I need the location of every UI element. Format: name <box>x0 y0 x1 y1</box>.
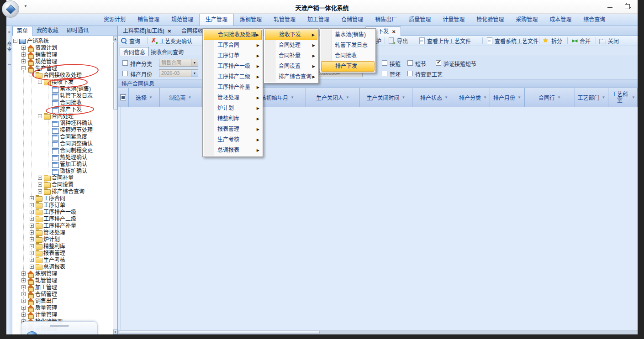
expand-icon[interactable]: + <box>21 278 26 282</box>
tree-item[interactable]: +销售管理 <box>12 52 113 58</box>
tree-item[interactable]: +报表管理 <box>12 250 113 257</box>
pending-change-checkbox[interactable] <box>407 71 413 76</box>
tab-favorites[interactable]: 我的收藏 <box>32 26 63 36</box>
menu-item[interactable]: 工序排产一级▶ <box>204 61 262 72</box>
schedule-class-select[interactable]: 销售合同▼ <box>159 59 198 67</box>
column-header[interactable]: 工艺部门▼ <box>575 88 608 107</box>
expand-icon[interactable]: + <box>21 299 26 303</box>
dropdown-arrow-icon[interactable]: ▼ <box>191 59 198 66</box>
expand-icon[interactable]: + <box>30 244 34 248</box>
menu-item[interactable]: 炉计划▶ <box>204 103 262 114</box>
query-button[interactable]: 查询 <box>121 36 140 46</box>
menubar-item[interactable]: 检化验管理 <box>470 14 510 26</box>
filter-icon[interactable]: ▼ <box>444 95 448 99</box>
menubar-item[interactable]: 销售管理 <box>132 14 165 26</box>
menu-item[interactable]: 蓄水池(销售) <box>321 30 375 40</box>
filter-icon[interactable]: ▼ <box>517 95 521 99</box>
column-header[interactable]: 制造商▼ <box>160 88 201 107</box>
billet-checkbox[interactable] <box>382 71 387 76</box>
expand-icon[interactable]: + <box>21 59 26 63</box>
tree-item[interactable]: 合同制程变更 <box>12 147 113 154</box>
tree-item[interactable]: +合同补量 <box>12 175 113 182</box>
column-header[interactable]: 生产关闭时间▼ <box>360 88 412 107</box>
close-button[interactable]: 关闭 <box>599 36 619 46</box>
tab-menu[interactable]: 菜单 <box>12 26 32 36</box>
filter-icon[interactable]: ▼ <box>290 95 294 99</box>
menu-item[interactable]: 精整利库▶ <box>204 114 262 124</box>
menu-item[interactable]: 工序合同▶ <box>204 40 262 51</box>
filter-icon[interactable]: ▼ <box>346 95 349 99</box>
expand-icon[interactable]: + <box>30 258 34 262</box>
menu-item[interactable]: 合同接收及处理▶ <box>204 30 262 40</box>
upload-button[interactable]: 查看上传工艺文件 <box>418 36 471 46</box>
expand-icon[interactable]: + <box>38 176 42 180</box>
menubar-item[interactable]: 炼钢管理 <box>234 14 268 26</box>
header-checkbox[interactable] <box>120 94 126 100</box>
filter-icon[interactable]: ▼ <box>557 95 561 99</box>
column-header[interactable]: 排产分类▼ <box>456 88 490 107</box>
tab-messaging[interactable]: 即时通讯 <box>63 26 93 36</box>
tree-item[interactable]: +仓储管理 <box>12 291 113 298</box>
menu-item[interactable]: 接收下发▶ <box>265 30 317 40</box>
tree-item[interactable]: 钢种坯料确认 <box>12 120 113 127</box>
tab-close-icon[interactable]: ✕ <box>168 29 171 34</box>
tree-item[interactable]: +生产考核 <box>12 257 113 264</box>
tree-scrollbar[interactable]: ▲ ▼ <box>113 36 117 334</box>
menubar-item[interactable]: 计量管理 <box>437 14 470 26</box>
filter-icon[interactable]: ▼ <box>483 95 487 99</box>
system-button[interactable]: 查看系统工艺文件 <box>486 36 538 46</box>
tree-item[interactable]: +工序排产一级 <box>12 209 113 216</box>
expand-icon[interactable]: + <box>21 271 26 276</box>
subtab-contract-info[interactable]: 合同信息 <box>120 47 149 57</box>
menu-item[interactable]: 合同接收 <box>321 51 375 61</box>
subtab-received-contract-query[interactable]: 接收合同查询 <box>151 48 184 56</box>
tree-item[interactable]: +排产综合查询 <box>12 188 113 195</box>
short-joint-checkbox[interactable] <box>407 60 413 66</box>
expand-icon[interactable]: + <box>21 52 26 57</box>
select-all-header[interactable] <box>118 88 129 107</box>
menubar-item[interactable]: 轧管管理 <box>268 14 301 26</box>
horizontal-scrollbar[interactable] <box>118 330 638 334</box>
column-header[interactable]: 排产月份▼ <box>490 88 525 107</box>
tree-item[interactable]: +合同设置 <box>12 182 113 188</box>
column-header[interactable]: 排产状态▼ <box>412 88 456 107</box>
scroll-up-icon[interactable]: ▲ <box>113 36 117 41</box>
tree-item[interactable]: +加工管理 <box>12 284 113 291</box>
grid-body[interactable] <box>118 107 638 330</box>
expand-icon[interactable]: + <box>21 313 26 317</box>
tree-item[interactable]: 管加工确认 <box>12 161 113 168</box>
restore-button[interactable] <box>621 1 634 11</box>
tree-item[interactable]: +工序排产补量 <box>12 223 113 229</box>
menu-item[interactable]: 工序订单▶ <box>204 51 262 61</box>
menu-item[interactable]: 生产考核▶ <box>204 135 262 145</box>
change-button[interactable]: 工艺变更确认 <box>151 36 192 46</box>
tree-item[interactable]: −产销系统 <box>12 38 113 45</box>
dropdown-arrow-icon[interactable]: ▼ <box>191 70 198 77</box>
filter-icon[interactable]: ▼ <box>632 95 635 99</box>
expand-icon[interactable]: + <box>30 224 34 228</box>
filter-icon[interactable]: ▼ <box>149 95 153 99</box>
tree-item[interactable]: +销售出厂 <box>12 298 113 305</box>
column-header[interactable]: 选择▼ <box>129 88 160 107</box>
tree-item[interactable]: +工序合同 <box>12 195 113 202</box>
schedule-class-checkbox[interactable] <box>122 60 128 66</box>
quick-access-dropdown-icon[interactable]: ▼ <box>24 4 27 8</box>
menubar-item[interactable]: 加工管理 <box>301 14 335 26</box>
menu-item[interactable]: 报表管理▶ <box>204 124 262 135</box>
expand-icon[interactable]: + <box>30 196 34 200</box>
collapse-icon[interactable]: − <box>38 80 42 84</box>
menubar-item[interactable]: 质量管理 <box>403 14 437 26</box>
column-header[interactable]: 工艺科室▼ <box>608 88 638 107</box>
tree-item[interactable]: 轧管下发日志 <box>12 93 113 99</box>
expand-icon[interactable]: + <box>30 217 34 221</box>
filter-icon[interactable]: ▼ <box>188 95 192 99</box>
tree-item[interactable]: +计量管理 <box>12 312 113 318</box>
collapse-icon[interactable]: − <box>21 66 26 70</box>
menubar-item[interactable]: 综合查询 <box>577 14 611 26</box>
menu-item[interactable]: 排产下发 <box>321 61 375 72</box>
popup-grip[interactable] <box>50 325 69 327</box>
filter-icon[interactable]: ▼ <box>402 95 406 99</box>
tree-item[interactable]: +轧管管理 <box>12 277 113 284</box>
menubar-item[interactable]: 销售出厂 <box>369 14 403 26</box>
menu-item[interactable]: 合同处理▶ <box>265 40 317 51</box>
